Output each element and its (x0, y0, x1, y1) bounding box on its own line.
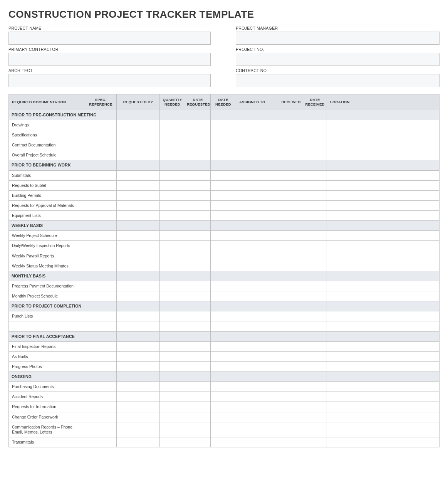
data-cell[interactable] (327, 241, 440, 251)
data-cell[interactable] (236, 291, 279, 301)
data-cell[interactable] (160, 437, 185, 447)
data-cell[interactable] (279, 190, 303, 200)
data-cell[interactable] (85, 361, 117, 371)
data-cell[interactable] (185, 150, 211, 160)
data-cell[interactable] (85, 402, 117, 412)
data-cell[interactable] (160, 140, 185, 150)
data-cell[interactable] (303, 130, 327, 140)
data-cell[interactable] (327, 120, 440, 130)
data-cell[interactable] (279, 311, 303, 321)
data-cell[interactable] (303, 140, 327, 150)
data-cell[interactable] (160, 150, 185, 160)
data-cell[interactable] (185, 402, 211, 412)
data-cell[interactable] (160, 170, 185, 180)
data-cell[interactable] (327, 311, 440, 321)
data-cell[interactable] (279, 291, 303, 301)
data-cell[interactable] (236, 130, 279, 140)
data-cell[interactable] (279, 341, 303, 351)
data-cell[interactable] (185, 140, 211, 150)
data-cell[interactable] (85, 241, 117, 251)
data-cell[interactable] (160, 190, 185, 200)
data-cell[interactable] (327, 361, 440, 371)
data-cell[interactable] (185, 291, 211, 301)
data-cell[interactable] (211, 321, 236, 331)
data-cell[interactable] (160, 200, 185, 210)
data-cell[interactable] (117, 281, 160, 291)
data-cell[interactable] (185, 341, 211, 351)
data-cell[interactable] (211, 351, 236, 361)
data-cell[interactable] (185, 412, 211, 422)
data-cell[interactable] (185, 361, 211, 371)
data-cell[interactable] (211, 120, 236, 130)
doc-name-cell[interactable]: Weekly Status Meeting Minutes (9, 261, 85, 271)
data-cell[interactable] (327, 412, 440, 422)
data-cell[interactable] (303, 150, 327, 160)
data-cell[interactable] (236, 311, 279, 321)
data-cell[interactable] (185, 261, 211, 271)
data-cell[interactable] (185, 392, 211, 402)
data-cell[interactable] (211, 130, 236, 140)
doc-name-cell[interactable]: Progress Photos (9, 361, 85, 371)
data-cell[interactable] (185, 130, 211, 140)
data-cell[interactable] (117, 291, 160, 301)
data-cell[interactable] (160, 422, 185, 437)
data-cell[interactable] (211, 437, 236, 447)
data-cell[interactable] (185, 170, 211, 180)
data-cell[interactable] (160, 251, 185, 261)
data-cell[interactable] (160, 261, 185, 271)
data-cell[interactable] (185, 231, 211, 241)
data-cell[interactable] (327, 200, 440, 210)
data-cell[interactable] (303, 251, 327, 261)
data-cell[interactable] (85, 150, 117, 160)
data-cell[interactable] (185, 241, 211, 251)
doc-name-cell[interactable]: Submittals (9, 170, 85, 180)
data-cell[interactable] (211, 200, 236, 210)
data-cell[interactable] (85, 261, 117, 271)
data-cell[interactable] (211, 170, 236, 180)
data-cell[interactable] (279, 351, 303, 361)
data-cell[interactable] (327, 170, 440, 180)
data-cell[interactable] (185, 211, 211, 221)
data-cell[interactable] (327, 402, 440, 412)
data-cell[interactable] (211, 231, 236, 241)
data-cell[interactable] (327, 281, 440, 291)
data-cell[interactable] (185, 120, 211, 130)
data-cell[interactable] (160, 382, 185, 392)
data-cell[interactable] (160, 412, 185, 422)
data-cell[interactable] (117, 251, 160, 261)
input-project-name[interactable] (8, 32, 211, 45)
data-cell[interactable] (236, 351, 279, 361)
input-project-manager[interactable] (236, 32, 440, 45)
data-cell[interactable] (236, 251, 279, 261)
doc-name-cell[interactable]: Accident Reports (9, 392, 85, 402)
data-cell[interactable] (236, 150, 279, 160)
data-cell[interactable] (327, 211, 440, 221)
data-cell[interactable] (85, 200, 117, 210)
doc-name-cell[interactable]: Drawings (9, 120, 85, 130)
data-cell[interactable] (279, 412, 303, 422)
data-cell[interactable] (185, 200, 211, 210)
data-cell[interactable] (85, 422, 117, 437)
data-cell[interactable] (236, 402, 279, 412)
data-cell[interactable] (279, 402, 303, 412)
doc-name-cell[interactable]: As-Builts (9, 351, 85, 361)
data-cell[interactable] (117, 231, 160, 241)
data-cell[interactable] (236, 261, 279, 271)
doc-name-cell[interactable]: Overall Project Schedule (9, 150, 85, 160)
data-cell[interactable] (279, 130, 303, 140)
data-cell[interactable] (303, 170, 327, 180)
data-cell[interactable] (185, 422, 211, 437)
data-cell[interactable] (303, 200, 327, 210)
data-cell[interactable] (236, 412, 279, 422)
data-cell[interactable] (160, 241, 185, 251)
data-cell[interactable] (279, 170, 303, 180)
data-cell[interactable] (117, 351, 160, 361)
input-contract-no[interactable] (236, 74, 440, 87)
data-cell[interactable] (117, 392, 160, 402)
data-cell[interactable] (117, 150, 160, 160)
data-cell[interactable] (185, 281, 211, 291)
data-cell[interactable] (85, 140, 117, 150)
data-cell[interactable] (211, 341, 236, 351)
data-cell[interactable] (117, 422, 160, 437)
doc-name-cell[interactable]: Requests for Information (9, 402, 85, 412)
